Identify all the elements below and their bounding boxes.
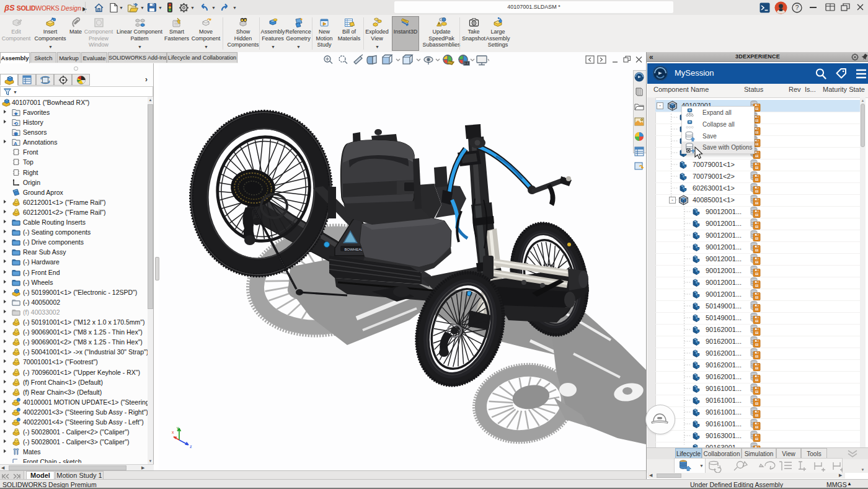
svg-text:BOWHEAD: BOWHEAD — [344, 248, 364, 251]
svg-text:?: ? — [795, 4, 799, 11]
